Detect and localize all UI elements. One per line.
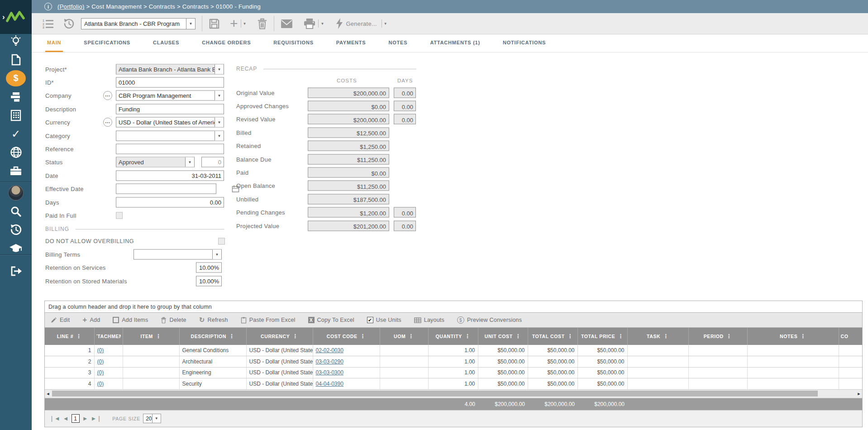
last-page-button[interactable]: ►❘: [91, 416, 102, 421]
sidebar-item-web[interactable]: [0, 143, 32, 162]
recap-costs-input[interactable]: [308, 220, 389, 231]
add-button[interactable]: +: [230, 18, 238, 29]
group-by-dropzone[interactable]: Drag a column header and drop it here to…: [45, 301, 862, 313]
column-header-co[interactable]: CO: [839, 328, 862, 345]
effective-date-input[interactable]: [116, 184, 216, 194]
chevron-down-icon[interactable]: ▼: [186, 19, 195, 29]
list-view-button[interactable]: 123: [43, 19, 53, 29]
recap-costs-input[interactable]: [308, 194, 389, 204]
tab-clauses[interactable]: CLAUSES: [151, 34, 181, 52]
attachment-link[interactable]: (0): [97, 347, 104, 354]
sidebar-item-logout[interactable]: [0, 262, 32, 280]
recap-days-input[interactable]: [394, 207, 416, 218]
tab-change-orders[interactable]: CHANGE ORDERS: [200, 34, 253, 52]
column-header-uom[interactable]: UOM⋮: [380, 328, 428, 345]
cost-code-link[interactable]: 02-02-0030: [316, 347, 343, 354]
grid-paste-from-excel-button[interactable]: Paste From Excel: [241, 317, 296, 324]
tab-requisitions[interactable]: REQUISITIONS: [272, 34, 315, 52]
attachment-link[interactable]: (0): [97, 381, 104, 387]
grid-use-units-toggle[interactable]: ✔ Use Units: [367, 317, 401, 323]
column-header-attachment[interactable]: ATTACHMENT: [94, 328, 123, 345]
info-icon[interactable]: i: [44, 3, 52, 10]
id-input[interactable]: [116, 77, 224, 88]
generate-menu-chevron-icon[interactable]: ▼: [384, 22, 387, 26]
current-page-button[interactable]: 1: [72, 414, 80, 423]
sidebar-item-documents[interactable]: [0, 50, 32, 69]
print-menu-chevron-icon[interactable]: ▼: [320, 22, 324, 26]
column-menu-icon[interactable]: ⋮: [408, 333, 414, 339]
column-menu-icon[interactable]: ⋮: [229, 333, 235, 339]
sidebar-item-history[interactable]: [0, 220, 32, 239]
sidebar-item-facilities[interactable]: [0, 106, 32, 124]
recap-costs-input[interactable]: [308, 167, 389, 178]
email-button[interactable]: [281, 19, 293, 29]
column-menu-icon[interactable]: ⋮: [292, 333, 298, 339]
tab-notes[interactable]: NOTES: [387, 34, 410, 52]
chevron-down-icon[interactable]: ▼: [215, 64, 224, 74]
scroll-right-arrow-icon[interactable]: ►: [856, 390, 862, 398]
column-menu-icon[interactable]: ⋮: [663, 333, 669, 339]
sidebar-item-approvals[interactable]: ✓: [0, 124, 32, 143]
retention-materials-input[interactable]: [196, 276, 222, 286]
column-menu-icon[interactable]: ⋮: [800, 333, 806, 339]
company-select[interactable]: CBR Program Management ▼: [116, 91, 224, 101]
currency-select[interactable]: USD - Dollar (United States of America) …: [116, 117, 224, 128]
scrollbar-thumb[interactable]: [52, 391, 818, 397]
column-header-total-cost[interactable]: TOTAL COST⋮: [528, 328, 577, 345]
save-button[interactable]: [209, 18, 220, 29]
print-button[interactable]: [304, 18, 315, 29]
table-row[interactable]: 2 (0) Architectural USD - Dollar (United…: [45, 356, 862, 368]
record-history-button[interactable]: [63, 18, 75, 29]
column-header-currency[interactable]: CURRENCY⋮: [246, 328, 313, 345]
column-menu-icon[interactable]: ⋮: [726, 333, 732, 339]
app-logo[interactable]: ›: [0, 0, 32, 34]
sidebar-item-cost-management[interactable]: $: [0, 69, 32, 87]
currency-lookup-button[interactable]: •••: [103, 118, 112, 127]
table-row[interactable]: 4 (0) Security USD - Dollar (United Stat…: [45, 378, 862, 390]
column-menu-icon[interactable]: ⋮: [156, 333, 162, 339]
grid-delete-button[interactable]: Delete: [161, 317, 186, 324]
column-header-unit-cost[interactable]: UNIT COST⋮: [478, 328, 528, 345]
column-header-cost-code[interactable]: COST CODE⋮: [313, 328, 380, 345]
tab-main[interactable]: MAIN: [45, 34, 63, 52]
chevron-down-icon[interactable]: ▼: [152, 414, 161, 423]
add-menu-chevron-icon[interactable]: ▼: [243, 22, 247, 26]
table-row[interactable]: 1 (0) General Conditions USD - Dollar (U…: [45, 345, 862, 356]
column-header-quantity[interactable]: QUANTITY⋮: [428, 328, 478, 345]
overbilling-checkbox[interactable]: [218, 238, 225, 244]
column-menu-icon[interactable]: ⋮: [618, 333, 624, 339]
grid-add-button[interactable]: + Add: [82, 315, 100, 325]
grid-copy-to-excel-button[interactable]: X Copy To Excel: [308, 317, 354, 323]
delete-button[interactable]: [257, 18, 267, 29]
grid-refresh-button[interactable]: ↻ Refresh: [199, 316, 228, 324]
chevron-down-icon[interactable]: ▼: [212, 250, 221, 259]
recap-days-input[interactable]: [394, 220, 416, 231]
chevron-down-icon[interactable]: ▼: [185, 158, 194, 167]
recap-costs-input[interactable]: [308, 114, 389, 124]
recap-days-input[interactable]: [394, 87, 416, 98]
recap-costs-input[interactable]: [308, 207, 389, 218]
horizontal-scrollbar[interactable]: ◄ ►: [45, 390, 862, 398]
recap-costs-input[interactable]: [308, 127, 389, 138]
recap-costs-input[interactable]: [308, 141, 389, 151]
cost-code-link[interactable]: 04-04-0390: [316, 381, 343, 387]
sidebar-item-schedule[interactable]: [0, 87, 32, 106]
reference-input[interactable]: [116, 144, 224, 154]
company-lookup-button[interactable]: •••: [103, 91, 112, 100]
recap-costs-input[interactable]: [308, 154, 389, 164]
first-page-button[interactable]: ❘◄: [49, 416, 60, 421]
status-revision-input[interactable]: [201, 157, 224, 167]
recap-costs-input[interactable]: [308, 181, 389, 191]
cost-code-link[interactable]: 03-03-0300: [316, 369, 343, 376]
retention-services-input[interactable]: [196, 263, 222, 273]
grid-preview-conversions-button[interactable]: $ Preview Conversions: [457, 316, 522, 324]
next-page-button[interactable]: ►: [82, 416, 88, 421]
grid-layouts-button[interactable]: Layouts: [414, 317, 444, 323]
recap-days-input[interactable]: [394, 101, 416, 111]
date-input[interactable]: [116, 170, 224, 181]
status-select[interactable]: Approved ▼: [116, 157, 195, 167]
chevron-down-icon[interactable]: ▼: [215, 131, 224, 140]
column-header-task[interactable]: TASK⋮: [627, 328, 688, 345]
column-header-line[interactable]: LINE #⋮: [45, 328, 94, 345]
column-header-period[interactable]: PERIOD⋮: [688, 328, 747, 345]
